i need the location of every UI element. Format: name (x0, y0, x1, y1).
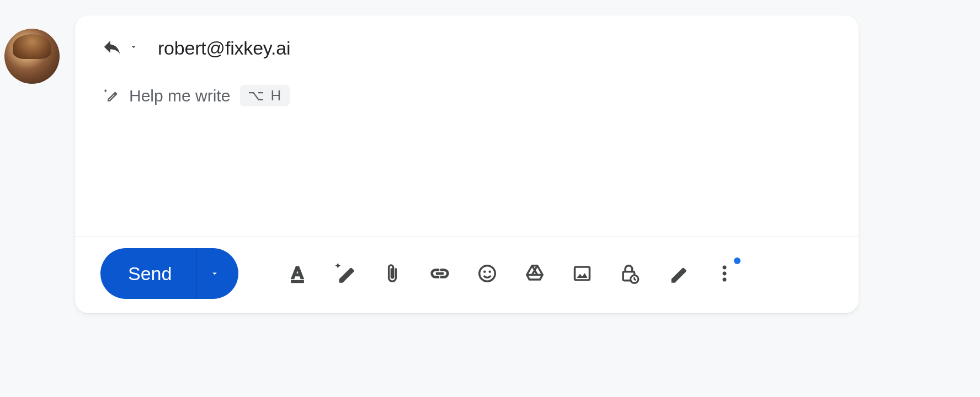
link-icon (429, 263, 450, 284)
sparkle-pencil-icon (102, 87, 119, 105)
ai-write-button[interactable] (332, 261, 358, 286)
svg-point-2 (483, 271, 486, 273)
help-me-write-row[interactable]: Help me write ⌥ H (75, 71, 859, 106)
caret-down-icon (129, 42, 138, 53)
send-more-options-button[interactable] (196, 248, 238, 299)
insert-link-button[interactable] (427, 261, 452, 286)
reply-type-selector[interactable] (102, 36, 138, 60)
help-me-write-label: Help me write (129, 87, 230, 105)
send-button[interactable]: Send (100, 248, 196, 299)
recipient-email[interactable]: robert@fixkey.ai (158, 37, 290, 59)
notification-dot (734, 257, 741, 264)
insert-drive-button[interactable] (522, 261, 547, 286)
lock-clock-icon (619, 263, 640, 284)
confidential-mode-button[interactable] (617, 261, 642, 286)
compose-reply-panel: robert@fixkey.ai Help me write ⌥ H Send (0, 15, 980, 313)
ai-pencil-icon (334, 263, 355, 284)
send-split-button: Send (100, 248, 238, 299)
sender-avatar (4, 29, 60, 84)
svg-rect-4 (575, 267, 590, 280)
emoji-icon (477, 263, 498, 284)
formatting-options-button[interactable] (285, 261, 310, 286)
caret-down-icon (210, 269, 220, 278)
recipient-row: robert@fixkey.ai (75, 15, 859, 71)
insert-signature-button[interactable] (664, 261, 690, 286)
insert-emoji-button[interactable] (475, 261, 500, 286)
compose-toolbar: Send (75, 237, 859, 313)
more-vert-icon (714, 263, 735, 284)
svg-rect-0 (291, 281, 303, 283)
pen-icon (667, 263, 688, 284)
compose-card: robert@fixkey.ai Help me write ⌥ H Send (75, 15, 859, 313)
compose-body[interactable] (75, 106, 859, 237)
attach-file-button[interactable] (380, 261, 405, 286)
help-me-write-shortcut: ⌥ H (240, 85, 290, 106)
paperclip-icon (382, 263, 403, 284)
svg-point-8 (723, 272, 727, 276)
insert-image-button[interactable] (569, 261, 595, 286)
format-text-icon (287, 263, 308, 284)
image-icon (572, 263, 593, 284)
reply-arrow-icon (102, 36, 122, 60)
drive-icon (524, 263, 545, 284)
svg-point-3 (489, 271, 491, 273)
svg-point-7 (723, 265, 727, 269)
svg-point-1 (480, 266, 496, 282)
more-options-button[interactable] (712, 261, 737, 286)
svg-point-9 (723, 278, 727, 282)
